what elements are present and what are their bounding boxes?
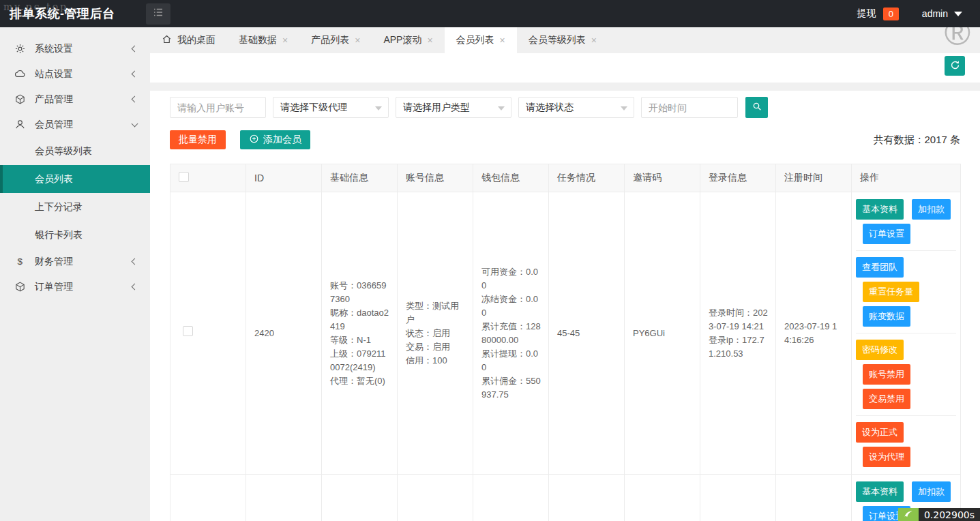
tab-member-level-list[interactable]: 会员等级列表× [517, 27, 608, 53]
action-button-group: 基本资料加扣款订单设置 [856, 199, 956, 244]
tab-basic-data[interactable]: 基础数据× [227, 27, 299, 53]
action-order-settings-button[interactable]: 订单设置 [863, 224, 910, 244]
tab-app-scroll[interactable]: APP滚动× [372, 27, 444, 53]
action-button-group: 设为正式设为代理 [856, 415, 956, 467]
cell-account-info [398, 475, 473, 521]
action-button-group: 密码修改账号禁用交易禁用 [856, 333, 956, 409]
debug-time-badge[interactable]: 0.202900s [898, 508, 980, 521]
header-select-all [170, 164, 246, 192]
user-type-select[interactable]: 请选择用户类型 [396, 97, 511, 118]
action-set-as-agent-button[interactable]: 设为代理 [863, 447, 910, 467]
action-button-line: 账号禁用 [856, 364, 956, 385]
withdraw-count-badge[interactable]: 0 [883, 8, 899, 20]
tab-product-list[interactable]: 产品列表× [299, 27, 372, 53]
action-button-line: 基本资料加扣款 [856, 199, 956, 220]
select-all-checkbox[interactable] [179, 172, 189, 182]
cell-text-line: 交易：启用 [406, 340, 466, 354]
cell-actions: 基本资料加扣款订单设置查看团队重置任务量账变数据密码修改账号禁用交易禁用设为正式… [852, 192, 961, 475]
sidebar-toggle-button[interactable] [146, 3, 170, 25]
cell-text-line: 登录时间：2023-07-19 14:21 [709, 306, 769, 333]
action-button-line: 设为正式 [856, 422, 956, 443]
sidebar-item-finance-management[interactable]: $财务管理 [0, 249, 150, 274]
column-header: ID [246, 164, 322, 192]
cell-row-select [170, 475, 246, 521]
cell-row-select [170, 192, 246, 475]
table-row: 2420账号：0366597360昵称：daotao2419等级：N-1上级：0… [170, 192, 961, 475]
close-icon[interactable]: × [427, 35, 432, 45]
user-type-select-value: 请选择用户类型 [403, 102, 470, 114]
cell-text-line: 累计佣金：550937.75 [481, 374, 541, 402]
cell-register-time [776, 475, 852, 521]
chevron-left-icon [132, 71, 138, 78]
refresh-icon [949, 59, 961, 73]
row-checkbox[interactable] [183, 326, 193, 336]
sidebar-item-label: 站点设置 [35, 68, 132, 80]
action-basic-info-button[interactable]: 基本资料 [856, 481, 904, 502]
start-time-input[interactable] [641, 97, 738, 118]
sidebar-item-order-management[interactable]: 订单管理 [0, 274, 150, 299]
user-icon [14, 118, 27, 131]
sidebar-item-member-management[interactable]: 会员管理 [0, 112, 150, 137]
close-icon[interactable]: × [282, 35, 288, 45]
cube-icon [14, 93, 27, 106]
action-add-deduct-funds-button[interactable]: 加扣款 [912, 199, 951, 220]
sidebar-item-system-settings[interactable]: 系统设置 [0, 36, 150, 61]
column-header: 账号信息 [398, 164, 473, 192]
refresh-button[interactable] [945, 56, 965, 76]
chevron-down-icon [132, 120, 138, 127]
account-search-input[interactable] [170, 97, 266, 118]
chevron-left-icon [132, 96, 138, 103]
action-account-change-data-button[interactable]: 账变数据 [863, 306, 910, 327]
sidebar-subitem-member-list[interactable]: 会员列表 [0, 165, 150, 193]
sidebar-item-site-settings[interactable]: 站点设置 [0, 61, 150, 87]
caret-down-icon[interactable] [954, 12, 962, 16]
tab-member-list[interactable]: 会员列表× [445, 27, 517, 53]
action-set-as-formal-button[interactable]: 设为正式 [856, 422, 904, 443]
sidebar-item-product-management[interactable]: 产品管理 [0, 87, 150, 112]
search-button[interactable] [745, 97, 768, 118]
column-header: 注册时间 [776, 164, 852, 192]
agent-select[interactable]: 请选择下级代理 [273, 97, 389, 118]
tab-label: APP滚动 [383, 34, 421, 46]
cell-text-line: 累计提现：0.00 [481, 347, 541, 374]
sidebar-nav: 系统设置站点设置产品管理会员管理会员等级列表会员列表上下分记录银行卡列表$财务管… [0, 36, 150, 299]
action-basic-info-button[interactable]: 基本资料 [856, 199, 904, 220]
cell-register-time: 2023-07-19 14:16:26 [776, 192, 852, 475]
sidebar-subitem-updown-records[interactable]: 上下分记录 [0, 193, 150, 221]
close-icon[interactable]: × [500, 35, 505, 45]
plus-circle-icon [249, 134, 259, 146]
batch-disable-button[interactable]: 批量禁用 [170, 130, 226, 149]
search-icon [752, 101, 762, 114]
exec-time-text: 0.202900s [919, 508, 980, 521]
action-disable-trading-button[interactable]: 交易禁用 [863, 389, 910, 409]
action-reset-task-count-button[interactable]: 重置任务量 [863, 282, 919, 302]
status-select[interactable]: 请选择状态 [518, 97, 634, 118]
cell-text-line: 代理：暂无(0) [330, 374, 390, 388]
close-icon[interactable]: × [355, 35, 360, 45]
action-add-deduct-funds-button[interactable]: 加扣款 [912, 481, 951, 502]
cube-icon [14, 280, 27, 293]
action-button-line: 重置任务量 [856, 282, 956, 302]
content-panel: 请选择下级代理 请选择用户类型 请选择状态 批量禁用 [150, 91, 980, 521]
action-disable-account-button[interactable]: 账号禁用 [863, 364, 910, 385]
column-header: 基础信息 [322, 164, 398, 192]
table-actions-row: 批量禁用 添加会员 共有数据：2017 条 [170, 130, 960, 149]
tab-label: 我的桌面 [177, 34, 216, 46]
column-header: 钱包信息 [473, 164, 549, 192]
close-icon[interactable]: × [591, 35, 597, 45]
cell-invite-code [625, 475, 700, 521]
action-view-team-button[interactable]: 查看团队 [856, 257, 904, 278]
action-change-password-button[interactable]: 密码修改 [856, 340, 904, 360]
sidebar-subitem-bank-card-list[interactable]: 银行卡列表 [0, 221, 150, 249]
chevron-down-icon [621, 106, 627, 110]
add-member-button[interactable]: 添加会员 [240, 130, 310, 149]
sidebar-item-label: 产品管理 [35, 93, 132, 106]
sidebar-item-label: 财务管理 [35, 256, 132, 268]
user-menu[interactable]: admin [922, 8, 948, 19]
cell-login-info [700, 475, 776, 521]
action-button-line: 设为代理 [856, 447, 956, 467]
sidebar-subitem-member-level-list[interactable]: 会员等级列表 [0, 137, 150, 165]
content-toolbar [150, 53, 980, 83]
tab-my-desktop[interactable]: 我的桌面 [150, 27, 227, 53]
withdraw-link[interactable]: 提现 [857, 8, 876, 20]
